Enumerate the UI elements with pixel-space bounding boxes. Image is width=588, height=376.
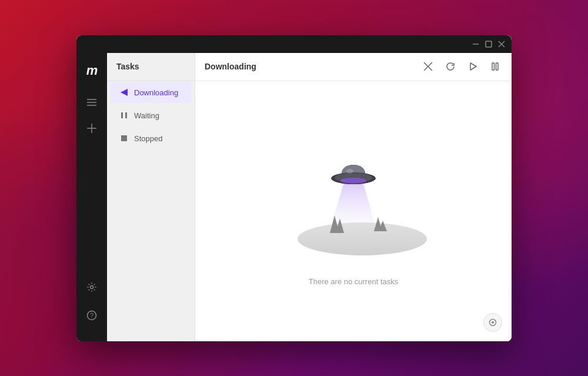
sidebar-dark: m ?: [76, 53, 107, 341]
menu-button[interactable]: [80, 91, 103, 114]
app-window: m ?: [76, 35, 512, 341]
stopped-icon: [120, 134, 128, 142]
main-content: m ?: [76, 53, 512, 341]
tasks-header: Tasks: [107, 53, 195, 81]
main-panel: Downloading: [195, 53, 512, 341]
svg-marker-12: [121, 89, 128, 96]
panel-actions: [421, 59, 502, 74]
waiting-label: Waiting: [134, 111, 159, 120]
panel-play-button[interactable]: [466, 59, 480, 74]
downloading-icon: [120, 88, 128, 97]
svg-rect-14: [125, 112, 127, 118]
sidebar-tasks: Tasks Downloading Wai: [107, 53, 195, 341]
sidebar-item-downloading[interactable]: Downloading: [111, 82, 191, 103]
svg-point-22: [298, 222, 427, 255]
tasks-title: Tasks: [116, 62, 139, 71]
panel-close-button[interactable]: [421, 59, 435, 74]
panel-pause-button[interactable]: [488, 59, 502, 74]
help-button[interactable]: ?: [80, 304, 103, 327]
waiting-icon: [120, 111, 128, 119]
svg-point-36: [492, 321, 494, 324]
close-button[interactable]: [497, 40, 506, 48]
panel-refresh-button[interactable]: [443, 59, 457, 74]
app-logo: m: [81, 60, 102, 81]
panel-title: Downloading: [205, 62, 256, 71]
empty-state-message: There are no current tasks: [309, 277, 398, 286]
title-bar: [76, 35, 512, 53]
downloading-label: Downloading: [134, 88, 178, 97]
ufo-illustration: [271, 136, 436, 265]
settings-button[interactable]: [80, 275, 103, 299]
sidebar-bottom: ?: [80, 275, 103, 334]
sidebar-item-stopped[interactable]: Stopped: [111, 128, 191, 149]
svg-text:?: ?: [90, 312, 93, 319]
svg-point-33: [340, 178, 366, 184]
stopped-label: Stopped: [134, 134, 162, 143]
svg-point-34: [346, 169, 353, 174]
empty-state: There are no current tasks: [195, 81, 512, 341]
floating-action-button[interactable]: [483, 313, 502, 332]
svg-point-9: [91, 285, 93, 288]
svg-rect-13: [121, 112, 123, 118]
svg-rect-19: [492, 63, 495, 70]
logo-icon: m: [86, 63, 98, 78]
svg-marker-18: [470, 63, 476, 70]
svg-rect-20: [496, 63, 499, 70]
panel-header: Downloading: [195, 53, 512, 81]
add-button[interactable]: [80, 117, 103, 140]
minimize-button[interactable]: [472, 40, 480, 48]
svg-rect-1: [486, 41, 492, 47]
svg-rect-15: [121, 135, 127, 141]
sidebar-item-waiting[interactable]: Waiting: [111, 105, 191, 126]
restore-button[interactable]: [485, 40, 493, 48]
